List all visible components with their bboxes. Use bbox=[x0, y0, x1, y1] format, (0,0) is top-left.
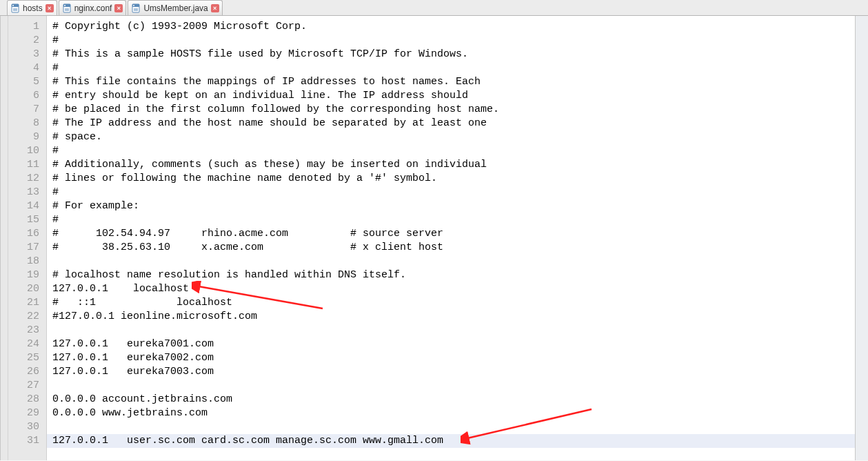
code-line[interactable]: # bbox=[47, 144, 855, 158]
code-line[interactable]: 127.0.0.1 eureka7002.com bbox=[47, 351, 855, 365]
code-line[interactable]: # bbox=[47, 61, 855, 75]
code-line[interactable] bbox=[47, 324, 855, 337]
code-line[interactable]: # bbox=[47, 34, 855, 48]
code-line[interactable]: 127.0.0.1 localhost bbox=[47, 282, 855, 296]
code-line[interactable]: # The IP address and the host name shoul… bbox=[47, 117, 855, 130]
code-line[interactable]: # entry should be kept on an individual … bbox=[47, 89, 855, 103]
editor: 1234567891011121314151617181920212223242… bbox=[0, 16, 868, 460]
code-line[interactable]: 0.0.0.0 www.jetbrains.com bbox=[47, 406, 855, 420]
line-number: 5 bbox=[8, 75, 46, 89]
line-number: 4 bbox=[8, 61, 46, 75]
code-line[interactable]: # 38.25.63.10 x.acme.com # x client host bbox=[47, 241, 855, 255]
code-line[interactable]: 127.0.0.1 user.sc.com card.sc.com manage… bbox=[47, 434, 855, 448]
code-line[interactable]: # bbox=[47, 186, 855, 199]
line-number: 12 bbox=[8, 172, 46, 186]
line-number: 27 bbox=[8, 379, 46, 393]
close-icon[interactable]: × bbox=[46, 4, 54, 12]
tab-label: nginx.conf bbox=[74, 3, 112, 13]
code-line[interactable]: # ::1 localhost bbox=[47, 296, 855, 310]
line-number: 25 bbox=[8, 351, 46, 365]
line-number: 3 bbox=[8, 48, 46, 61]
code-line[interactable]: # Copyright (c) 1993-2009 Microsoft Corp… bbox=[47, 20, 855, 34]
tab-nginx-conf[interactable]: nginx.conf × bbox=[59, 0, 127, 15]
line-number: 8 bbox=[8, 117, 46, 130]
file-icon bbox=[131, 3, 141, 13]
code-line[interactable]: # bbox=[47, 213, 855, 227]
code-line[interactable]: # This file contains the mappings of IP … bbox=[47, 75, 855, 89]
line-number: 15 bbox=[8, 213, 46, 227]
line-number: 28 bbox=[8, 393, 46, 406]
code-line[interactable]: # space. bbox=[47, 130, 855, 144]
line-number: 10 bbox=[8, 144, 46, 158]
file-icon bbox=[10, 3, 20, 13]
line-number: 30 bbox=[8, 420, 46, 434]
line-number: 13 bbox=[8, 186, 46, 199]
line-number: 21 bbox=[8, 296, 46, 310]
code-line[interactable] bbox=[47, 255, 855, 268]
code-line[interactable]: 127.0.0.1 eureka7003.com bbox=[47, 365, 855, 379]
line-number: 24 bbox=[8, 337, 46, 351]
code-line[interactable]: # be placed in the first column followed… bbox=[47, 103, 855, 117]
line-number: 20 bbox=[8, 282, 46, 296]
tab-umsmember-java[interactable]: UmsMember.java × bbox=[128, 0, 222, 15]
code-line[interactable]: # For example: bbox=[47, 199, 855, 213]
tab-label: hosts bbox=[23, 3, 43, 13]
code-line[interactable]: # localhost name resolution is handled w… bbox=[47, 268, 855, 282]
svg-point-8 bbox=[133, 5, 134, 6]
line-number: 26 bbox=[8, 365, 46, 379]
line-number: 14 bbox=[8, 199, 46, 213]
code-line[interactable]: 0.0.0.0 account.jetbrains.com bbox=[47, 393, 855, 406]
tab-label: UmsMember.java bbox=[143, 3, 208, 13]
scrollbar-track[interactable] bbox=[855, 16, 868, 460]
file-icon bbox=[62, 3, 72, 13]
line-number: 29 bbox=[8, 406, 46, 420]
code-line[interactable]: # lines or following the machine name de… bbox=[47, 172, 855, 186]
svg-point-5 bbox=[64, 5, 65, 6]
code-line[interactable] bbox=[47, 420, 855, 434]
line-number: 19 bbox=[8, 268, 46, 282]
tab-hosts[interactable]: hosts × bbox=[7, 0, 57, 15]
code-line[interactable]: #127.0.0.1 ieonline.microsoft.com bbox=[47, 310, 855, 324]
code-line[interactable]: # This is a sample HOSTS file used by Mi… bbox=[47, 48, 855, 61]
line-number-gutter: 1234567891011121314151617181920212223242… bbox=[8, 16, 47, 460]
code-line[interactable]: 127.0.0.1 eureka7001.com bbox=[47, 337, 855, 351]
fold-margin[interactable] bbox=[1, 16, 8, 460]
close-icon[interactable]: × bbox=[211, 4, 219, 12]
line-number: 31 bbox=[8, 434, 46, 448]
line-number: 22 bbox=[8, 310, 46, 324]
svg-point-2 bbox=[12, 5, 14, 6]
line-number: 16 bbox=[8, 227, 46, 241]
code-line[interactable]: # 102.54.94.97 rhino.acme.com # source s… bbox=[47, 227, 855, 241]
line-number: 9 bbox=[8, 130, 46, 144]
line-number: 2 bbox=[8, 34, 46, 48]
tab-bar: hosts × nginx.conf × UmsMember.java × bbox=[0, 0, 868, 16]
line-number: 18 bbox=[8, 255, 46, 268]
line-number: 1 bbox=[8, 20, 46, 34]
code-area[interactable]: # Copyright (c) 1993-2009 Microsoft Corp… bbox=[47, 16, 855, 460]
line-number: 6 bbox=[8, 89, 46, 103]
line-number: 17 bbox=[8, 241, 46, 255]
close-icon[interactable]: × bbox=[114, 4, 123, 12]
code-line[interactable] bbox=[47, 379, 855, 393]
line-number: 23 bbox=[8, 324, 46, 337]
line-number: 7 bbox=[8, 103, 46, 117]
code-line[interactable]: # Additionally, comments (such as these)… bbox=[47, 158, 855, 172]
line-number: 11 bbox=[8, 158, 46, 172]
